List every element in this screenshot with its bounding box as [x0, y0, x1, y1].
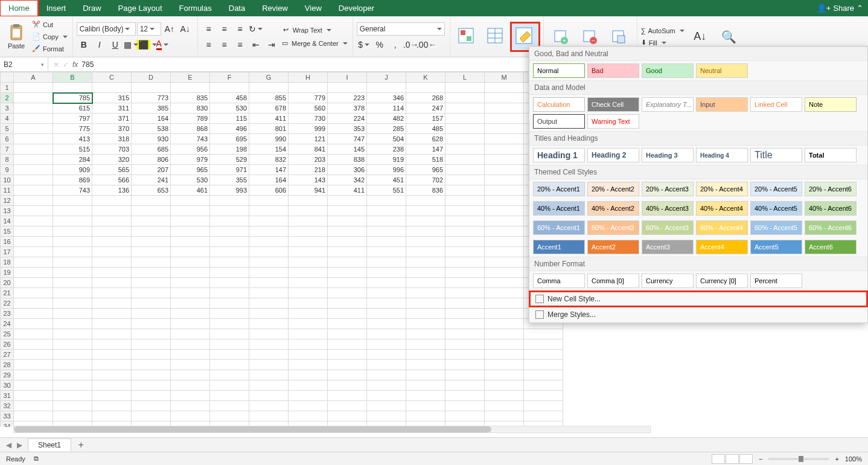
cell[interactable]: [485, 339, 524, 350]
select-all-corner[interactable]: [1, 72, 14, 83]
style-swatch-calculation[interactable]: Calculation: [533, 97, 585, 112]
cell[interactable]: [445, 83, 485, 93]
cell[interactable]: 868: [171, 124, 210, 134]
cell[interactable]: [53, 216, 92, 226]
cell[interactable]: [92, 298, 132, 309]
cell[interactable]: 198: [210, 144, 249, 155]
cell[interactable]: [14, 257, 53, 268]
cell[interactable]: [171, 298, 210, 309]
style-swatch-bad[interactable]: Bad: [587, 63, 639, 78]
format-painter-button[interactable]: 🖌️Format: [31, 43, 68, 54]
cell[interactable]: 346: [367, 93, 406, 103]
cell[interactable]: [53, 370, 92, 380]
cell[interactable]: [328, 83, 367, 93]
cell[interactable]: 832: [249, 155, 289, 165]
cell[interactable]: [14, 226, 53, 237]
tab-developer[interactable]: Developer: [330, 0, 383, 16]
cell[interactable]: 779: [289, 93, 328, 103]
sheet-tab-sheet1[interactable]: Sheet1: [28, 438, 71, 451]
cell[interactable]: 965: [171, 165, 210, 175]
cell[interactable]: [445, 370, 485, 380]
cell[interactable]: [445, 339, 485, 350]
cell[interactable]: [328, 350, 367, 360]
cell[interactable]: 482: [367, 114, 406, 124]
cell[interactable]: [132, 370, 171, 380]
cell[interactable]: 121: [289, 134, 328, 144]
cell[interactable]: [53, 206, 92, 216]
align-left-button[interactable]: ≡: [202, 38, 216, 51]
style-swatch-accent4[interactable]: Accent4: [696, 240, 748, 254]
style-swatch-20-accent1[interactable]: 20% - Accent1: [533, 182, 585, 196]
cell[interactable]: [171, 196, 210, 206]
cell[interactable]: [92, 411, 132, 422]
cell[interactable]: [14, 268, 53, 278]
cell[interactable]: [406, 226, 445, 237]
cell[interactable]: [132, 83, 171, 93]
cell[interactable]: [445, 155, 485, 165]
cell[interactable]: [249, 391, 289, 401]
cell[interactable]: [328, 411, 367, 422]
cell[interactable]: [171, 350, 210, 360]
cell[interactable]: [485, 350, 524, 360]
cell[interactable]: [367, 237, 406, 247]
cell[interactable]: 615: [53, 103, 92, 114]
cell[interactable]: [485, 401, 524, 411]
cell[interactable]: [53, 391, 92, 401]
cell[interactable]: 157: [406, 114, 445, 124]
cell[interactable]: [524, 339, 563, 350]
cell[interactable]: 538: [132, 124, 171, 134]
bold-button[interactable]: B: [77, 38, 91, 51]
cell[interactable]: [210, 288, 249, 298]
cell[interactable]: [210, 380, 249, 391]
cell[interactable]: [406, 401, 445, 411]
cell[interactable]: 838: [328, 155, 367, 165]
row-header-8[interactable]: 8: [1, 155, 14, 165]
cell[interactable]: [445, 175, 485, 185]
cell[interactable]: [92, 350, 132, 360]
zoom-level[interactable]: 100%: [845, 455, 862, 463]
cell[interactable]: [249, 360, 289, 370]
cell[interactable]: [249, 309, 289, 319]
cell[interactable]: [92, 370, 132, 380]
cell[interactable]: [53, 237, 92, 247]
cell[interactable]: [289, 339, 328, 350]
cell[interactable]: [132, 411, 171, 422]
cell[interactable]: [14, 216, 53, 226]
col-header-A[interactable]: A: [14, 72, 53, 83]
col-header-F[interactable]: F: [210, 72, 249, 83]
cell[interactable]: [328, 319, 367, 329]
cell[interactable]: [406, 309, 445, 319]
cell[interactable]: [249, 247, 289, 257]
cell[interactable]: [445, 196, 485, 206]
cell[interactable]: 797: [53, 114, 92, 124]
cell[interactable]: [445, 134, 485, 144]
cell[interactable]: [445, 206, 485, 216]
cell[interactable]: 628: [406, 134, 445, 144]
cell[interactable]: [249, 268, 289, 278]
cell[interactable]: [92, 257, 132, 268]
cell[interactable]: [210, 360, 249, 370]
row-header-32[interactable]: 32: [1, 401, 14, 411]
cell[interactable]: [406, 380, 445, 391]
cell[interactable]: [367, 196, 406, 206]
underline-button[interactable]: U: [108, 38, 123, 51]
row-header-33[interactable]: 33: [1, 411, 14, 422]
cell[interactable]: 930: [132, 134, 171, 144]
orientation-button[interactable]: ↻: [249, 22, 263, 36]
cell[interactable]: [249, 226, 289, 237]
col-header-C[interactable]: C: [92, 72, 132, 83]
col-header-B[interactable]: B: [53, 72, 92, 83]
cell[interactable]: [171, 360, 210, 370]
cell[interactable]: [485, 144, 524, 155]
cell[interactable]: 835: [171, 93, 210, 103]
cell[interactable]: [485, 247, 524, 257]
row-header-14[interactable]: 14: [1, 216, 14, 226]
cell[interactable]: [171, 370, 210, 380]
style-swatch-linked-cell[interactable]: Linked Cell: [750, 97, 802, 112]
autosum-button[interactable]: ∑AutoSum: [641, 25, 685, 36]
tab-draw[interactable]: Draw: [74, 0, 109, 16]
cell[interactable]: [289, 360, 328, 370]
cell[interactable]: [14, 391, 53, 401]
cell[interactable]: [53, 411, 92, 422]
cell[interactable]: [485, 278, 524, 288]
